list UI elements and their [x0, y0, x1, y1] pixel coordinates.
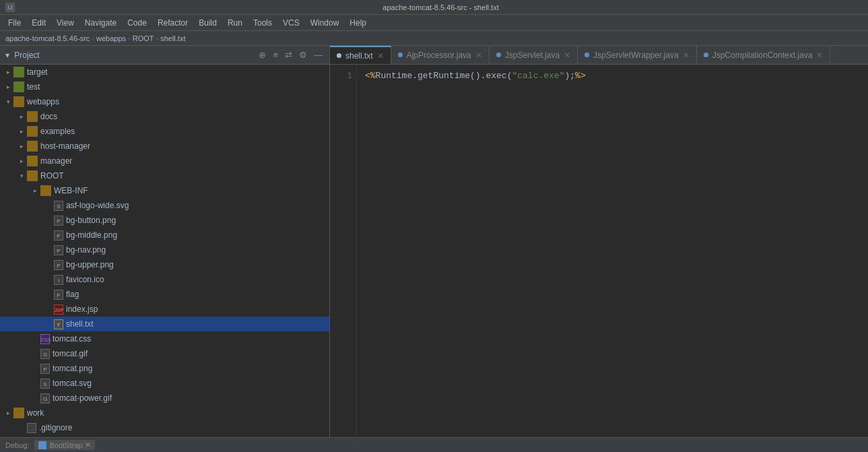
tree-item-favicon[interactable]: I favicon.ico [0, 272, 329, 287]
tree-item-host-manager[interactable]: host-manager [0, 139, 329, 154]
debug-bootstrap-tab[interactable]: BootStrap ✕ [34, 440, 95, 450]
tab-close-ajp[interactable]: ✕ [475, 51, 482, 60]
sidebar: ▾ Project ⊕ ≡ ⇄ ⚙ — target [0, 46, 330, 437]
menu-window[interactable]: Window [305, 15, 345, 30]
expand-icon [43, 274, 54, 285]
sidebar-expand-icon[interactable]: ≡ [271, 49, 279, 61]
tab-dot [496, 53, 501, 57]
tree-item-WEB-INF[interactable]: WEB-INF [0, 183, 329, 198]
menu-run[interactable]: Run [222, 15, 248, 30]
breadcrumb-root[interactable]: apache-tomcat-8.5.46-src [5, 34, 90, 42]
tree-item-webapps[interactable]: webapps [0, 94, 329, 109]
sidebar-minimize-icon[interactable]: — [312, 49, 324, 61]
tab-close-jspservletwrapper[interactable]: ✕ [683, 51, 690, 60]
item-label: examples [40, 127, 75, 136]
tree-item-gitignore[interactable]: . .gitignore [0, 420, 329, 435]
expand-icon [43, 200, 54, 211]
file-icon-jsp: JSP [54, 304, 63, 315]
tree-item-tomcat-power[interactable]: G tomcat-power.gif [0, 391, 329, 406]
tab-jspservlet[interactable]: JspServlet.java ✕ [490, 46, 578, 64]
tree-item-ROOT[interactable]: ROOT [0, 168, 329, 183]
menu-edit[interactable]: Edit [26, 15, 51, 30]
folder-icon [13, 67, 24, 77]
menu-build[interactable]: Build [193, 15, 222, 30]
file-icon: S [54, 201, 63, 211]
breadcrumb-file[interactable]: shell.txt [160, 34, 185, 42]
menu-help[interactable]: Help [344, 15, 372, 30]
code-text-runtime: Runtime.getRuntime().exec( [376, 71, 512, 81]
sidebar-header: ▾ Project ⊕ ≡ ⇄ ⚙ — [0, 46, 329, 65]
tab-jspservletwrapper[interactable]: JspServletWrapper.java ✕ [578, 46, 697, 64]
tree-item-bg-button[interactable]: P bg-button.png [0, 213, 329, 228]
tree-item-test[interactable]: test [0, 79, 329, 94]
tab-shell-txt[interactable]: shell.txt ✕ [330, 46, 391, 64]
tree-item-work[interactable]: work [0, 406, 329, 420]
tree-item-tomcat-svg[interactable]: S tomcat.svg [0, 376, 329, 391]
tab-jspcompilationcontext[interactable]: JspCompilationContext.java ✕ [697, 46, 831, 64]
expand-icon [30, 333, 40, 344]
tree-item-shell-txt[interactable]: T shell.txt [0, 317, 329, 331]
item-label: bg-middle.png [66, 230, 117, 240]
tab-ajpprocessor[interactable]: AjpProcessor.java ✕ [391, 46, 490, 64]
debug-tab-close-icon[interactable]: ✕ [85, 441, 91, 449]
expand-icon [43, 245, 54, 255]
sidebar-locate-icon[interactable]: ⊕ [257, 49, 267, 61]
menu-code[interactable]: Code [122, 15, 152, 30]
file-icon: G [40, 349, 50, 359]
expand-icon [3, 408, 13, 418]
folder-icon [27, 141, 38, 152]
line-number-1: 1 [330, 70, 352, 82]
tab-close-jspcompilation[interactable]: ✕ [816, 51, 823, 60]
sidebar-dropdown-icon: ▾ [5, 51, 9, 60]
tree-item-examples[interactable]: examples [0, 124, 329, 139]
breadcrumb-root-folder[interactable]: ROOT [133, 34, 154, 42]
expand-icon [43, 259, 54, 270]
breadcrumb-webapps[interactable]: webapps [96, 34, 126, 42]
title-bar: IJ apache-tomcat-8.5.46-src - shell.txt [0, 0, 868, 15]
menu-vcs[interactable]: VCS [277, 15, 305, 30]
tree-item-tomcat-css[interactable]: CSS tomcat.css [0, 331, 329, 346]
tree-item-build-properties[interactable]: B build.properties.default [0, 435, 329, 437]
line-numbers: 1 [330, 65, 357, 437]
file-icon: I [54, 275, 63, 285]
file-icon: . [27, 423, 36, 433]
expand-icon [43, 215, 54, 226]
expand-icon [16, 111, 27, 122]
menu-refactor[interactable]: Refactor [152, 15, 193, 30]
tree-item-docs[interactable]: docs [0, 109, 329, 124]
code-area[interactable]: <%Runtime.getRuntime().exec("calc.exe");… [357, 65, 868, 437]
svg-rect-0 [40, 443, 45, 448]
tree-item-index-jsp[interactable]: JSP index.jsp [0, 302, 329, 317]
tab-label: shell.txt [345, 51, 373, 61]
item-label: tomcat.css [53, 334, 91, 344]
code-text-end: ); [564, 71, 575, 81]
menu-tools[interactable]: Tools [248, 15, 277, 30]
expand-icon [16, 156, 27, 166]
debug-label: Debug: [5, 441, 29, 449]
expand-icon [16, 126, 27, 137]
tab-close-shell[interactable]: ✕ [377, 51, 384, 61]
tree-item-bg-nav[interactable]: P bg-nav.png [0, 243, 329, 257]
menu-view[interactable]: View [51, 15, 79, 30]
tree-item-tomcat-gif[interactable]: G tomcat.gif [0, 346, 329, 361]
tree-item-target[interactable]: target [0, 65, 329, 79]
item-label: work [27, 408, 44, 418]
tree-item-tomcat-png[interactable]: P tomcat.png [0, 361, 329, 376]
menu-navigate[interactable]: Navigate [79, 15, 122, 30]
tree-item-flag[interactable]: F flag [0, 287, 329, 302]
menu-file[interactable]: File [3, 15, 26, 30]
file-icon: G [40, 393, 50, 403]
sidebar-settings-icon[interactable]: ⚙ [298, 49, 308, 61]
main-area: ▾ Project ⊕ ≡ ⇄ ⚙ — target [0, 46, 868, 437]
code-line-1: <%Runtime.getRuntime().exec("calc.exe");… [365, 70, 860, 82]
tree-item-manager[interactable]: manager [0, 154, 329, 168]
tree-item-bg-upper[interactable]: P bg-upper.png [0, 257, 329, 272]
file-icon: P [54, 216, 63, 226]
code-tag-open: <% [365, 71, 376, 81]
tab-close-jspservlet[interactable]: ✕ [564, 51, 570, 60]
expand-icon [3, 82, 13, 92]
item-label: tomcat.svg [53, 379, 92, 388]
tree-item-bg-middle[interactable]: P bg-middle.png [0, 228, 329, 243]
sidebar-sort-icon[interactable]: ⇄ [283, 49, 294, 61]
tree-item-asf-logo[interactable]: S asf-logo-wide.svg [0, 198, 329, 213]
